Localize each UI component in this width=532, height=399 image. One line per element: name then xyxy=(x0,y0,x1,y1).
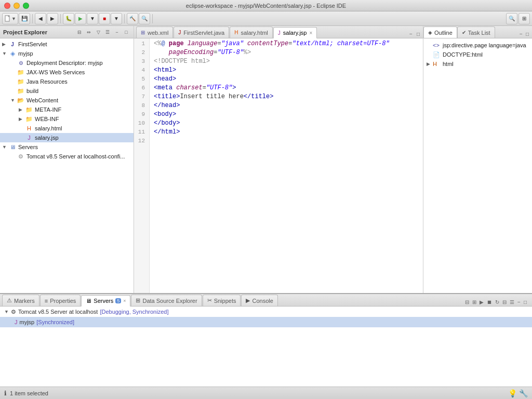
outline-item-jspdirective[interactable]: <> jsp:directive.page language=java xyxy=(425,41,530,50)
minimize-panel-button[interactable]: − xyxy=(113,28,121,36)
outline-minimize-btn[interactable]: − xyxy=(518,30,524,38)
tree-item-tomcat[interactable]: ⚙ Tomcat v8.5 Server at localhost-confi.… xyxy=(0,152,134,161)
status-icon: ℹ xyxy=(4,390,7,397)
tab-salaryjsp-close[interactable]: × xyxy=(309,30,312,36)
tree-label-myjsp: myjsp xyxy=(18,50,33,57)
tab-datasource[interactable]: ⊞ Data Source Explorer xyxy=(131,295,202,306)
project-icon-myjsp: ◈ xyxy=(8,50,17,57)
tree-label-salaryjsp: salary.jsp xyxy=(35,135,59,141)
tab-tasklist[interactable]: ✔ Task List xyxy=(457,26,495,38)
code-line-11: </body> xyxy=(154,119,419,128)
servers-tab-label: Servers xyxy=(94,298,113,304)
tab-webxml[interactable]: ⊞ web.xml xyxy=(136,26,173,38)
tab-outline[interactable]: ◈ Outline xyxy=(423,26,457,38)
server-row-myjsp[interactable]: J myjsp [Synchronized] xyxy=(0,317,532,327)
bottom-panel-btn-3[interactable]: ▶ xyxy=(478,298,485,306)
project-explorer-title: Project Explorer xyxy=(3,29,47,35)
collapse-all-button[interactable]: ⊟ xyxy=(75,28,84,36)
bottom-panel-btn-1[interactable]: ⊟ xyxy=(464,298,470,306)
search-toolbar-button[interactable]: 🔍 xyxy=(139,13,150,24)
editor-maximize-btn[interactable]: □ xyxy=(416,30,421,38)
save-button[interactable]: 💾 xyxy=(19,13,30,24)
next-edit-button[interactable]: ▶ xyxy=(47,13,58,24)
outline-item-html[interactable]: ▶ H html xyxy=(425,59,530,69)
toolbar-file-group: ▼ 💾 xyxy=(2,13,30,24)
tree-label-salaryhtml: salary.html xyxy=(35,125,62,131)
outline-maximize-btn[interactable]: □ xyxy=(525,30,530,38)
quick-access-button[interactable]: 🔍 xyxy=(506,13,517,24)
view-menu-button[interactable]: ☰ xyxy=(103,28,112,36)
toolbar-sep-3 xyxy=(124,14,125,23)
window-controls[interactable] xyxy=(4,3,29,9)
new-button[interactable]: ▼ xyxy=(2,13,18,24)
myjsp-row-label: myjsp xyxy=(20,319,35,325)
stop-button[interactable]: ■ xyxy=(99,13,110,24)
code-editor[interactable]: 1 2 3 4 5 6 7 8 9 10 11 12 <%@ page lang… xyxy=(134,38,423,293)
status-icon-2[interactable]: 🔧 xyxy=(519,389,528,397)
tab-servers[interactable]: 🖥 Servers 5 × xyxy=(81,295,130,307)
panel-control-buttons: ⊟ ⇔ ▽ ☰ − □ xyxy=(75,28,130,36)
editor-minimize-btn[interactable]: − xyxy=(408,30,414,38)
tree-item-salaryhtml[interactable]: H salary.html xyxy=(0,124,134,133)
bottom-panel-btn-6[interactable]: ⊟ xyxy=(501,298,508,306)
tab-snippets[interactable]: ✂ Snippets xyxy=(203,295,241,306)
tree-item-webcontent[interactable]: ▼ 📂 WebContent xyxy=(0,96,134,105)
tab-firstservlet[interactable]: J FirstServlet.java xyxy=(174,26,229,38)
tab-console[interactable]: ▶ Console xyxy=(241,295,277,306)
maximize-panel-button[interactable]: □ xyxy=(122,28,130,36)
run-dropdown[interactable]: ▼ xyxy=(87,13,98,24)
build-button[interactable]: 🔨 xyxy=(127,13,138,24)
tree-item-deployment[interactable]: ⚙ Deployment Descriptor: myjsp xyxy=(0,58,134,68)
tab-salaryhtml-label: salary.html xyxy=(241,30,268,36)
outline-item-doctype[interactable]: 📄 DOCTYPE:html xyxy=(425,50,530,59)
tab-salaryjsp[interactable]: J salary.jsp × xyxy=(273,27,317,38)
bottom-panel-maximize[interactable]: □ xyxy=(523,298,528,306)
tree-item-build[interactable]: 📁 build xyxy=(0,86,134,96)
title-bar: eclipse-workspace - myjsp/WebContent/sal… xyxy=(0,0,532,11)
bottom-panel-btn-2[interactable]: ⊞ xyxy=(471,298,477,306)
code-line-5: <head> xyxy=(154,75,419,84)
servers-tab-close[interactable]: × xyxy=(123,298,126,303)
bottom-tab-bar: ⚠ Markers ≡ Properties 🖥 Servers 5 × ⊞ D… xyxy=(0,294,532,307)
tree-item-jaxws[interactable]: 📁 JAX-WS Web Services xyxy=(0,68,134,77)
webcontent-icon: 📂 xyxy=(17,97,25,104)
jaxws-icon: 📁 xyxy=(17,69,25,76)
status-icon-1[interactable]: 💡 xyxy=(508,389,517,397)
maximize-button[interactable] xyxy=(23,3,29,9)
tomcat-row-label: Tomcat v8.5 Server at localhost xyxy=(18,309,98,315)
tree-item-webinf[interactable]: ▶ 📁 WEB-INF xyxy=(0,114,134,124)
close-button[interactable] xyxy=(4,3,10,9)
bottom-panel-btn-5[interactable]: ↻ xyxy=(494,298,500,306)
webinf-icon: 📁 xyxy=(25,115,33,123)
toolbar-misc-group: 🔨 🔍 xyxy=(127,13,150,24)
stop-dropdown[interactable]: ▼ xyxy=(111,13,122,24)
bottom-panel-btn-7[interactable]: ☰ xyxy=(509,298,515,306)
tree-label-tomcat: Tomcat v8.5 Server at localhost-confi... xyxy=(26,153,125,159)
tab-properties[interactable]: ≡ Properties xyxy=(40,295,81,306)
run-button[interactable]: ▶ xyxy=(75,13,86,24)
bottom-panel-btn-4[interactable]: ⏹ xyxy=(486,298,493,306)
tree-item-javaresources[interactable]: 📁 Java Resources xyxy=(0,77,134,86)
server-row-tomcat[interactable]: ▼ ⚙ Tomcat v8.5 Server at localhost [Deb… xyxy=(0,307,532,317)
tree-arrow-webcontent: ▼ xyxy=(10,98,17,103)
tree-item-servers[interactable]: ▼ 🖥 Servers xyxy=(0,142,134,152)
tomcat-row-icon: ⚙ xyxy=(11,309,16,315)
tree-item-myjsp[interactable]: ▼ ◈ myjsp xyxy=(0,49,134,58)
link-editor-button[interactable]: ⇔ xyxy=(85,28,93,36)
tab-salaryhtml[interactable]: H salary.html xyxy=(230,26,273,38)
bottom-panel-minimize[interactable]: − xyxy=(516,298,522,306)
code-line-3: <!DOCTYPE html> xyxy=(154,57,419,66)
servers-icon: 🖥 xyxy=(8,143,17,151)
filter-button[interactable]: ▽ xyxy=(94,28,102,36)
minimize-button[interactable] xyxy=(14,3,20,9)
tree-item-firstservlet[interactable]: ▶ J FirstServlet xyxy=(0,39,134,49)
outline-controls: − □ xyxy=(518,30,532,38)
toolbar-sep-4 xyxy=(152,14,153,23)
tab-markers[interactable]: ⚠ Markers xyxy=(2,295,39,306)
prev-edit-button[interactable]: ◀ xyxy=(35,13,46,24)
debug-button[interactable]: 🐛 xyxy=(63,13,74,24)
tomcat-row-status: [Debugging, Synchronized] xyxy=(100,309,168,315)
tree-item-salaryjsp[interactable]: J salary.jsp xyxy=(0,133,134,142)
perspective-button[interactable]: ⊞ xyxy=(518,13,530,24)
tree-item-metainf[interactable]: ▶ 📁 META-INF xyxy=(0,105,134,114)
